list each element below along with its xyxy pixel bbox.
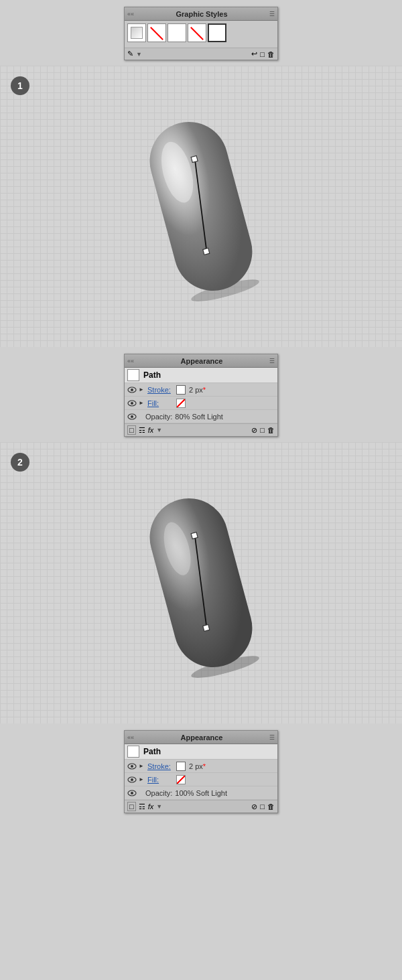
new-style-icon[interactable]: □	[260, 50, 265, 58]
fill-arrow-icon-1[interactable]: ►	[139, 400, 145, 407]
svg-point-25	[131, 778, 133, 781]
style-swatch-5[interactable]	[208, 23, 226, 42]
fill-eye-icon-2[interactable]	[127, 776, 137, 783]
stroke-color-swatch-2[interactable]	[176, 762, 186, 771]
appearance-panel-1: «« Appearance ☰ Path ► Stroke: 2 px * ►	[124, 354, 278, 437]
appearance-1-opacity-row: Opacity: 80% Soft Light	[125, 410, 277, 423]
stroke-star-2: *	[203, 762, 206, 770]
fx-icon-2[interactable]: fx	[148, 802, 154, 811]
appearance-panel-2: «« Appearance ☰ Path ► Stroke: 2 px * ►	[124, 730, 278, 813]
svg-rect-7	[203, 248, 210, 255]
appearance-1-path-row: Path	[125, 368, 277, 383]
canvas-2-inner: 2	[0, 442, 402, 723]
appearance-2-title: Appearance	[181, 733, 223, 742]
appearance-2-path-row: Path	[125, 744, 277, 760]
stroke-arrow-icon-1[interactable]: ►	[139, 387, 145, 393]
path-label-2: Path	[143, 747, 161, 756]
graphic-styles-content	[125, 21, 277, 48]
style-swatch-2[interactable]	[147, 23, 166, 42]
footer-left-icons: ✎ ▼	[127, 50, 142, 58]
opacity-value-1: 80% Soft Light	[175, 413, 223, 421]
square-icon-2[interactable]: □	[127, 802, 136, 811]
svg-point-27	[131, 792, 133, 794]
appearance-1-footer: □ ☶ fx ▼ ⊘ □ 🗑	[125, 423, 277, 436]
svg-point-23	[131, 765, 133, 768]
svg-point-9	[131, 389, 133, 391]
opacity-value-2: 100% Soft Light	[175, 789, 227, 797]
opacity-label-2: Opacity:	[145, 789, 172, 797]
svg-rect-6	[191, 156, 198, 163]
stroke-color-swatch-1[interactable]	[176, 385, 186, 395]
svg-point-11	[131, 402, 133, 405]
opacity-eye-icon-1[interactable]	[127, 413, 137, 420]
svg-rect-21	[203, 624, 210, 631]
opacity-eye-icon-2[interactable]	[127, 790, 137, 796]
layers-icon-1[interactable]: ☶	[139, 426, 145, 435]
canvas-2: 2	[0, 442, 402, 723]
delete-style-icon[interactable]: 🗑	[267, 50, 275, 58]
appearance-2-fill-row: ► Fill:	[125, 773, 277, 786]
appearance-2-titlebar: «« Appearance ☰	[125, 731, 277, 744]
appearance-2-stroke-row: ► Stroke: 2 px *	[125, 760, 277, 773]
style-swatch-3[interactable]	[168, 23, 186, 42]
delete-icon-2[interactable]: 🗑	[267, 802, 275, 811]
square-icon-1[interactable]: □	[127, 425, 136, 435]
no-icon-2[interactable]: ⊘	[251, 802, 257, 811]
style-swatch-4[interactable]	[188, 23, 206, 42]
graphic-styles-panel: «« Graphic Styles ☰	[124, 7, 278, 60]
svg-point-13	[131, 415, 133, 418]
svg-rect-20	[191, 533, 198, 539]
stroke-label-2[interactable]: Stroke:	[147, 762, 174, 770]
appearance-2-footer: □ ☶ fx ▼ ⊘ □ 🗑	[125, 800, 277, 813]
fill-color-swatch-1[interactable]	[176, 399, 186, 408]
stroke-label-1[interactable]: Stroke:	[147, 386, 174, 394]
graphic-styles-footer: ✎ ▼ ↩ □ 🗑	[125, 48, 277, 60]
swatches-grid	[127, 23, 275, 42]
pill-shape-2	[125, 478, 277, 687]
appearance-1-footer-left: □ ☶ fx ▼	[127, 425, 162, 435]
appearance-1-title: Appearance	[181, 357, 223, 365]
style-swatch-1[interactable]	[127, 23, 146, 42]
fill-label-1[interactable]: Fill:	[147, 399, 174, 407]
stroke-value-1: 2 px	[189, 386, 203, 394]
appearance-2-opacity-row: Opacity: 100% Soft Light	[125, 786, 277, 800]
fill-arrow-icon-2[interactable]: ►	[139, 776, 145, 783]
stroke-arrow-icon-2[interactable]: ►	[139, 763, 145, 770]
appearance-1-titlebar: «« Appearance ☰	[125, 354, 277, 368]
graphic-styles-title: Graphic Styles	[176, 10, 227, 18]
footer-right-icons: ↩ □ 🗑	[251, 50, 275, 58]
appearance-2-footer-left: □ ☶ fx ▼	[127, 802, 162, 811]
copy-icon-2[interactable]: □	[260, 802, 265, 811]
pill-shape-1	[125, 102, 277, 311]
fx-icon-1[interactable]: fx	[148, 426, 154, 434]
stroke-eye-icon-2[interactable]	[127, 763, 137, 770]
delete-icon-1[interactable]: 🗑	[267, 426, 275, 434]
canvas-1: 1	[0, 66, 402, 347]
appearance-1-fill-row: ► Fill:	[125, 397, 277, 410]
step-2-badge: 2	[11, 453, 29, 472]
no-icon-1[interactable]: ⊘	[251, 426, 257, 435]
stroke-star-1: *	[203, 386, 206, 394]
appearance-1-stroke-row: ► Stroke: 2 px *	[125, 383, 277, 397]
link-icon[interactable]: ↩	[251, 50, 257, 58]
brush-icon[interactable]: ✎	[127, 50, 133, 58]
copy-icon-1[interactable]: □	[260, 426, 265, 434]
path-icon-2	[127, 746, 139, 758]
layers-icon-2[interactable]: ☶	[139, 802, 145, 811]
graphic-styles-titlebar: «« Graphic Styles ☰	[125, 7, 277, 21]
opacity-label-1: Opacity:	[145, 413, 172, 421]
path-label-1: Path	[143, 370, 161, 380]
appearance-2-footer-right: ⊘ □ 🗑	[251, 802, 275, 811]
fill-eye-icon-1[interactable]	[127, 400, 137, 407]
fill-label-2[interactable]: Fill:	[147, 776, 174, 784]
stroke-eye-icon-1[interactable]	[127, 387, 137, 393]
step-1-badge: 1	[11, 76, 29, 95]
stroke-value-2: 2 px	[189, 762, 203, 770]
canvas-1-inner: 1	[0, 66, 402, 347]
appearance-1-footer-right: ⊘ □ 🗑	[251, 426, 275, 435]
path-icon-1	[127, 369, 139, 381]
fill-color-swatch-2[interactable]	[176, 775, 186, 784]
